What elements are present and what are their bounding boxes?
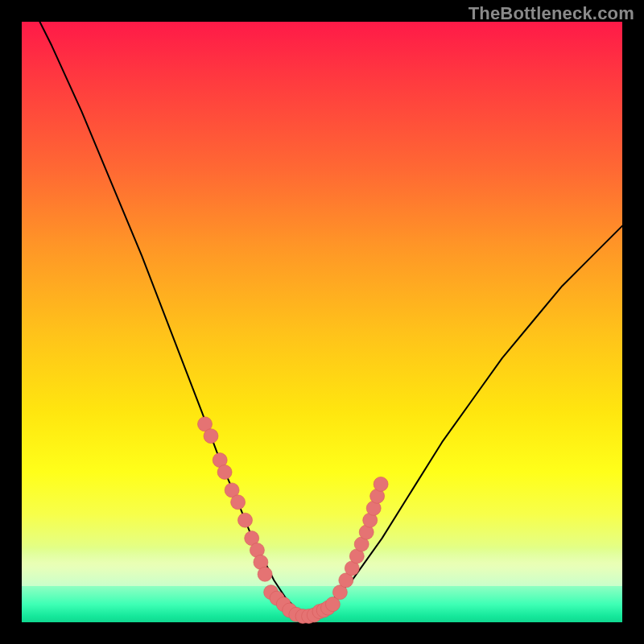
data-marker (258, 567, 272, 581)
watermark-text: TheBottleneck.com (469, 3, 634, 24)
data-marker (217, 465, 232, 480)
data-marker (231, 495, 246, 510)
bottleneck-curve (22, 0, 622, 616)
chart-svg (22, 22, 622, 622)
plot-area (22, 22, 622, 622)
chart-frame: TheBottleneck.com (0, 0, 644, 644)
data-marker (374, 477, 388, 491)
data-markers (198, 417, 389, 624)
data-marker (204, 429, 218, 444)
data-marker (238, 513, 253, 527)
